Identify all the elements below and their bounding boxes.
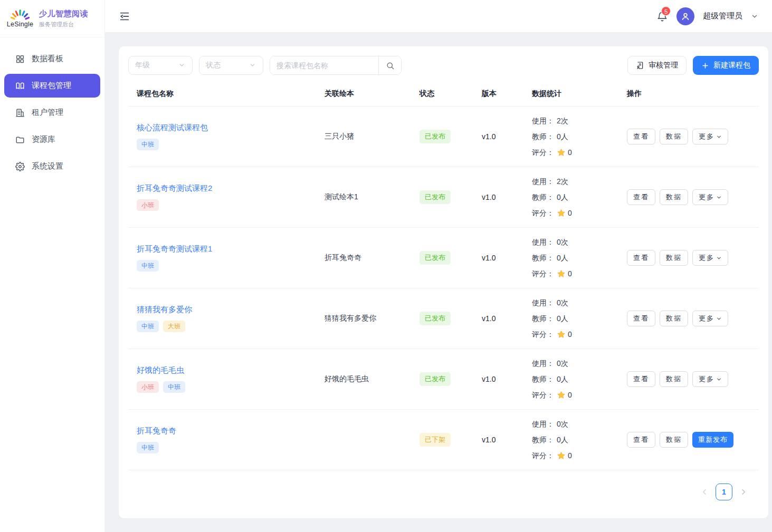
teacher-label: 教师： [532,371,554,387]
more-button[interactable]: 更多 [692,189,728,205]
table-header: 课程包名称 关联绘本 状态 版本 数据统计 操作 [128,81,759,107]
search-group [270,56,402,75]
status-select[interactable]: 状态 [199,56,263,75]
more-button-label: 更多 [699,253,714,263]
menu-fold-icon[interactable] [119,11,130,22]
package-name-link[interactable]: 核心流程测试课程包 [137,123,208,133]
sidebar-item-course-packages[interactable]: 课程包管理 [4,74,100,98]
usage-value: 0次 [557,355,568,371]
data-button[interactable]: 数据 [660,129,688,144]
view-button[interactable]: 查看 [627,189,655,205]
star-icon [557,391,566,400]
plus-icon [701,62,709,70]
status-badge: 已发布 [420,190,451,204]
usage-label: 使用： [532,173,554,189]
version-text: v1.0 [482,314,495,323]
data-button[interactable]: 数据 [660,250,688,266]
course-package-card: 年级 状态 审核管理 [119,46,768,518]
view-button[interactable]: 查看 [627,311,655,326]
grade-tag: 中班 [137,321,159,332]
chevron-down-icon [716,316,722,322]
chevron-down-icon [249,62,256,69]
avatar[interactable] [676,7,694,25]
star-icon [557,148,566,157]
column-header-name: 课程包名称 [128,89,325,99]
more-button[interactable]: 更多 [692,250,728,266]
pagination-prev-icon[interactable] [700,487,709,497]
lesingle-logo-icon: LeSingle [6,9,34,28]
teacher-value: 0人 [557,432,568,448]
create-package-button[interactable]: 新建课程包 [693,56,759,75]
usage-label: 使用： [532,295,554,311]
data-button[interactable]: 数据 [660,189,688,205]
teacher-label: 教师： [532,432,554,448]
chevron-down-icon [716,255,722,261]
pagination-page-1[interactable]: 1 [716,483,732,500]
chevron-down-icon [716,376,722,382]
teacher-value: 0人 [557,129,568,144]
usage-value: 0次 [557,416,568,432]
app-subtitle: 服务管理后台 [39,21,88,28]
star-icon [557,330,566,339]
data-button[interactable]: 数据 [660,432,688,448]
package-name-link[interactable]: 折耳兔奇奇测试课程1 [137,244,212,254]
table-body: 核心流程测试课程包 中班 三只小猪 已发布 v1.0 使用：2次 教师：0人 评… [128,107,759,470]
more-button[interactable]: 更多 [692,311,728,326]
status-badge: 已发布 [420,130,451,143]
sidebar-item-resources[interactable]: 资源库 [4,128,100,151]
gear-icon [15,162,25,171]
user-icon [680,11,691,22]
notification-bell-icon[interactable]: 5 [656,11,668,22]
view-button[interactable]: 查看 [627,250,655,266]
user-menu-chevron-down-icon[interactable] [751,13,758,20]
status-badge: 已下架 [420,433,451,447]
republish-button[interactable]: 重新发布 [692,432,733,448]
package-name-link[interactable]: 猜猜我有多爱你 [137,305,192,315]
table-row: 猜猜我有多爱你 中班 大班 猜猜我有多爱你 已发布 v1.0 使用：0次 教师：… [128,288,759,349]
star-icon [557,209,566,218]
usage-label: 使用： [532,113,554,129]
status-select-placeholder: 状态 [206,61,221,70]
package-name-link[interactable]: 好饿的毛毛虫 [137,365,184,375]
view-button[interactable]: 查看 [627,432,655,448]
top-header: 5 超级管理员 [105,0,772,33]
data-button[interactable]: 数据 [660,311,688,326]
related-book: 猜猜我有多爱你 [325,314,376,322]
main-content: 年级 状态 审核管理 [105,33,772,532]
column-header-stats: 数据统计 [532,89,627,99]
rainbow-bars-icon [8,9,32,22]
view-button[interactable]: 查看 [627,129,655,144]
more-button[interactable]: 更多 [692,129,728,144]
pagination-next-icon[interactable] [739,487,748,497]
teacher-value: 0人 [557,250,568,266]
table-row: 好饿的毛毛虫 小班 中班 好饿的毛毛虫 已发布 v1.0 使用：0次 教师：0人… [128,349,759,410]
view-button[interactable]: 查看 [627,371,655,387]
grade-select-placeholder: 年级 [135,61,150,70]
package-name-link[interactable]: 折耳兔奇奇测试课程2 [137,183,212,194]
more-button[interactable]: 更多 [692,371,728,387]
status-badge: 已发布 [420,312,451,325]
sidebar-item-settings[interactable]: 系统设置 [4,154,100,178]
related-book: 三只小猪 [325,132,354,140]
package-name-link[interactable]: 折耳兔奇奇 [137,426,176,436]
current-user-name[interactable]: 超级管理员 [703,11,742,21]
grade-tag: 大班 [163,321,185,332]
usage-value: 0次 [557,234,568,250]
search-input[interactable] [270,56,378,74]
rating-value: 0 [568,266,572,282]
rating-value: 0 [568,448,572,463]
search-button[interactable] [378,56,401,74]
audit-button-label: 审核管理 [649,61,678,70]
version-text: v1.0 [482,436,495,444]
rating-label: 评分： [532,448,554,463]
grade-tag: 中班 [137,260,159,272]
grade-tag: 小班 [137,199,159,211]
rating-value: 0 [568,144,572,160]
audit-manage-button[interactable]: 审核管理 [627,56,687,75]
sidebar-item-tenants[interactable]: 租户管理 [4,101,100,124]
sidebar-item-dashboard[interactable]: 数据看板 [4,47,100,71]
grade-tag: 中班 [137,442,159,453]
data-button[interactable]: 数据 [660,371,688,387]
grade-select[interactable]: 年级 [128,56,193,75]
sidebar-item-label: 资源库 [32,134,55,144]
